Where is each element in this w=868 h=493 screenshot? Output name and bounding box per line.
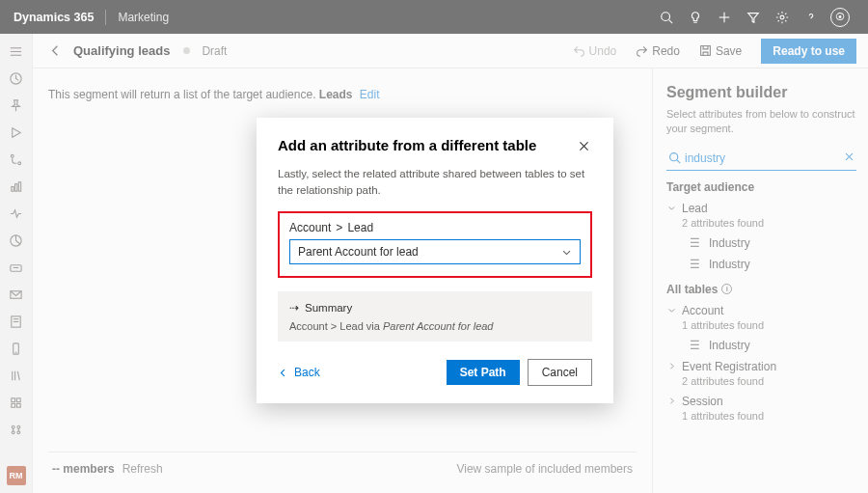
dialog-description: Lastly, select the related attribute sha… <box>278 166 592 198</box>
cancel-button[interactable]: Cancel <box>528 359 592 386</box>
close-icon[interactable] <box>576 137 592 158</box>
chevron-down-icon <box>561 247 572 258</box>
path-icon: ⇢ <box>289 301 299 315</box>
dialog-title: Add an attribute from a different table <box>278 137 576 153</box>
set-path-button[interactable]: Set Path <box>447 360 520 385</box>
dialog-back-button[interactable]: Back <box>278 366 320 379</box>
breadcrumb: Account>Lead <box>289 221 581 234</box>
summary-card: ⇢Summary Account > Lead via Parent Accou… <box>278 291 592 342</box>
relationship-dropdown[interactable]: Parent Account for lead <box>289 239 581 264</box>
add-attribute-dialog: Add an attribute from a different table … <box>257 118 613 403</box>
relationship-path-section: Account>Lead Parent Account for lead <box>278 211 592 278</box>
